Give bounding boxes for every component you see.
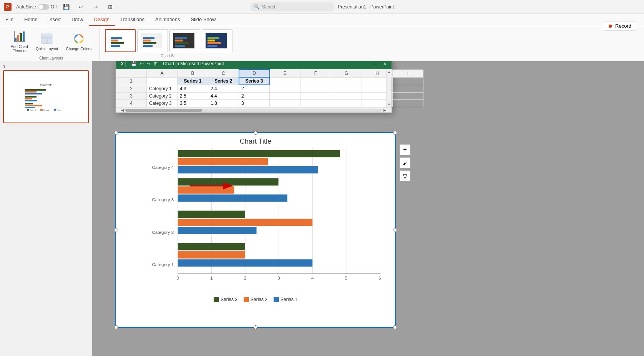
- cell-a4[interactable]: Category 3: [147, 100, 178, 107]
- vertical-scrollbar[interactable]: ▲ ▼: [386, 69, 392, 107]
- add-chart-element-button[interactable]: + Add ChartElement: [8, 29, 31, 55]
- cell-g2[interactable]: [331, 85, 362, 93]
- cell-b3[interactable]: 2.5: [178, 93, 208, 100]
- bar-cat2-series2[interactable]: [178, 219, 312, 226]
- chart-title[interactable]: Chart Title: [116, 133, 395, 148]
- redo-button[interactable]: ↪: [91, 2, 101, 12]
- scroll-left-arrow[interactable]: ◀: [121, 108, 124, 112]
- title-bar-left: P AutoSave Off 💾 ↩ ↪ ⊞: [4, 2, 115, 12]
- bar-cat4-series2[interactable]: [178, 158, 268, 165]
- excel-grid-icon[interactable]: ⊞: [154, 61, 158, 66]
- col-e[interactable]: E: [270, 70, 300, 77]
- chart-add-element-btn[interactable]: +: [400, 144, 410, 155]
- col-g[interactable]: G: [331, 70, 362, 77]
- scroll-right-arrow[interactable]: ▶: [383, 108, 386, 112]
- cell-a2[interactable]: Category 1: [147, 85, 178, 93]
- cell-d2[interactable]: 2: [239, 85, 270, 93]
- bar-cat2-series3[interactable]: [178, 211, 245, 218]
- style-thumb-1[interactable]: [105, 29, 136, 52]
- cell-e2[interactable]: [270, 85, 300, 93]
- excel-undo-icon[interactable]: ↩: [140, 61, 144, 66]
- cell-f1[interactable]: [300, 77, 331, 85]
- col-b[interactable]: B: [178, 70, 208, 77]
- handle-bottom-left[interactable]: [114, 325, 118, 329]
- legend-series3-label: Series 3: [221, 297, 237, 302]
- cell-f4[interactable]: [300, 100, 331, 107]
- cell-a3[interactable]: Category 2: [147, 93, 178, 100]
- tab-insert[interactable]: Insert: [43, 14, 66, 26]
- cell-i2[interactable]: [393, 85, 423, 93]
- tab-animations[interactable]: Animations: [150, 14, 185, 26]
- cell-f2[interactable]: [300, 85, 331, 93]
- style-thumb-3[interactable]: [169, 29, 200, 52]
- cell-c2[interactable]: 2.4: [208, 85, 239, 93]
- style-thumb-2[interactable]: [137, 29, 168, 52]
- tab-transitions[interactable]: Transitions: [115, 14, 150, 26]
- cell-e3[interactable]: [270, 93, 300, 100]
- tab-slideshow[interactable]: Slide Show: [185, 14, 221, 26]
- cell-b2[interactable]: 4.3: [178, 85, 208, 93]
- handle-bottom-center[interactable]: [254, 325, 257, 329]
- bar-cat4-series1[interactable]: [178, 166, 318, 174]
- cell-d4[interactable]: 3: [239, 100, 270, 107]
- bar-cat1-series3[interactable]: [178, 243, 245, 250]
- bar-cat3-series1[interactable]: [178, 194, 287, 202]
- layout-button[interactable]: ⊞: [105, 2, 115, 12]
- tab-draw[interactable]: Draw: [66, 14, 88, 26]
- slide-thumbnail[interactable]: Chart Title: [3, 70, 89, 123]
- handle-top-right[interactable]: [393, 131, 397, 135]
- handle-top-center[interactable]: [254, 131, 257, 135]
- col-i[interactable]: I: [393, 70, 423, 77]
- chart-style-btn[interactable]: 🖌: [400, 157, 410, 168]
- cell-i4[interactable]: [393, 100, 423, 107]
- bar-cat1-series1[interactable]: [178, 259, 312, 267]
- save-button[interactable]: 💾: [61, 2, 71, 12]
- style-thumb-4[interactable]: [202, 29, 232, 52]
- cell-g4[interactable]: [331, 100, 362, 107]
- cell-c4[interactable]: 1.8: [208, 100, 239, 107]
- excel-redo-icon[interactable]: ↪: [147, 61, 151, 66]
- horizontal-scrollbar[interactable]: ◀ ▶: [116, 107, 392, 113]
- autosave-toggle[interactable]: [38, 4, 49, 10]
- cell-c3[interactable]: 4.4: [208, 93, 239, 100]
- bar-cat4-series3[interactable]: [178, 150, 340, 157]
- quick-layout-button[interactable]: Quick Layout: [33, 31, 61, 53]
- excel-close-btn[interactable]: ✕: [381, 61, 388, 67]
- chart-filter-btn[interactable]: ▽: [400, 171, 410, 181]
- cell-a1[interactable]: [147, 77, 178, 85]
- cell-b4[interactable]: 3.5: [178, 100, 208, 107]
- cell-i3[interactable]: [393, 93, 423, 100]
- col-c[interactable]: C: [208, 70, 239, 77]
- change-colors-button[interactable]: Change Colors: [63, 31, 95, 53]
- cell-d3[interactable]: 2: [239, 93, 270, 100]
- col-f[interactable]: F: [300, 70, 331, 77]
- scrollbar-thumb[interactable]: [125, 109, 202, 112]
- cell-f3[interactable]: [300, 93, 331, 100]
- cell-e1[interactable]: [270, 77, 300, 85]
- col-a[interactable]: A: [147, 70, 178, 77]
- handle-bottom-right[interactable]: [393, 325, 397, 329]
- cell-g3[interactable]: [331, 93, 362, 100]
- col-d[interactable]: D: [239, 70, 270, 77]
- cell-b1[interactable]: Series 1: [178, 77, 208, 85]
- handle-top-left[interactable]: [114, 131, 118, 135]
- cell-e4[interactable]: [270, 100, 300, 107]
- bar-cat2-series1[interactable]: [178, 227, 257, 234]
- search-box[interactable]: 🔍 Search: [250, 2, 335, 12]
- undo-button[interactable]: ↩: [76, 2, 86, 12]
- cell-d1[interactable]: Series 3: [239, 77, 270, 85]
- tab-home[interactable]: Home: [19, 14, 43, 26]
- scroll-up-arrow[interactable]: ▲: [387, 69, 392, 75]
- svg-text:3: 3: [277, 275, 280, 280]
- cell-c1[interactable]: Series 2: [208, 77, 239, 85]
- cell-g1[interactable]: [331, 77, 362, 85]
- excel-save-icon[interactable]: 💾: [131, 61, 137, 66]
- tab-design[interactable]: Design: [89, 14, 115, 26]
- scroll-down-arrow[interactable]: ▼: [387, 102, 392, 107]
- svg-rect-27: [175, 42, 189, 44]
- cell-i1[interactable]: [393, 77, 423, 85]
- tab-file[interactable]: File: [0, 14, 19, 26]
- record-button[interactable]: ⏺ Record: [603, 21, 636, 31]
- bar-cat1-series2[interactable]: [178, 251, 245, 258]
- excel-minimize-btn[interactable]: ─: [372, 61, 379, 67]
